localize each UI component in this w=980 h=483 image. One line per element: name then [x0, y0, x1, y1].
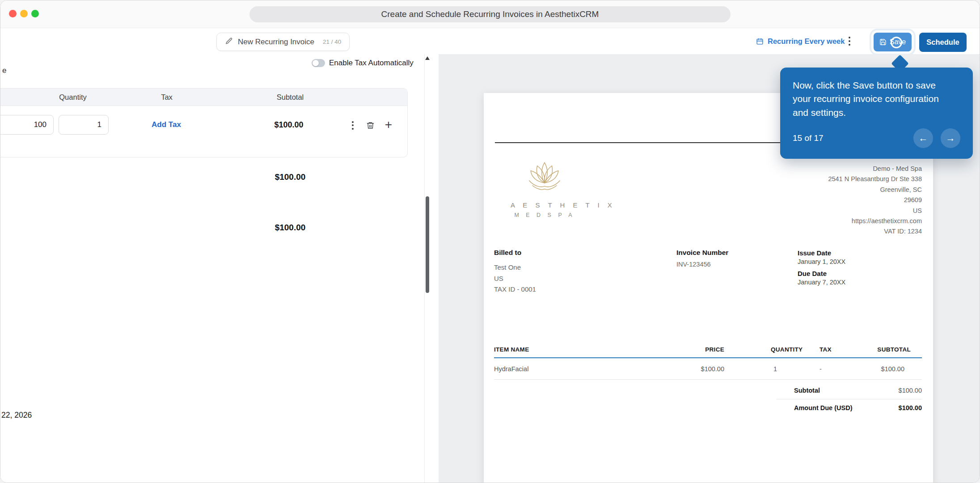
- editor-subtotal-value: $100.00: [257, 167, 324, 187]
- save-button-label: Save: [890, 38, 906, 46]
- invoice-editor-pane: Enable Tax Automatically e Quantity Tax …: [0, 54, 424, 483]
- add-line-item-button[interactable]: +: [381, 117, 396, 132]
- scroll-up-arrow-icon[interactable]: [425, 56, 430, 60]
- billed-to-taxid: TAX ID - 0001: [494, 284, 536, 295]
- column-header-quantity: Quantity: [46, 89, 100, 106]
- invoice-amount-due-row: Amount Due (USD) $100.00: [494, 404, 922, 414]
- invoice-name-field[interactable]: New Recurring Invoice 21 / 40: [216, 33, 350, 51]
- more-options-button[interactable]: [843, 32, 856, 51]
- tutorial-tooltip: Now, click the Save button to save your …: [780, 68, 973, 159]
- delete-line-item-button[interactable]: [364, 119, 376, 131]
- arrow-left-icon: ←: [919, 133, 928, 144]
- add-tax-link[interactable]: Add Tax: [139, 115, 194, 135]
- td-tax: -: [819, 365, 822, 373]
- tooltip-prev-button[interactable]: ←: [913, 128, 933, 148]
- due-date-label: Due Date: [798, 270, 845, 277]
- issue-date-label: Issue Date: [798, 249, 845, 257]
- company-street: 2541 N Pleasantburg Dr Ste 338: [828, 174, 922, 184]
- toggle-knob: [313, 60, 319, 66]
- column-header-tax: Tax: [139, 89, 194, 106]
- invoice-table-header: ITEM NAME PRICE QUANTITY TAX SUBTOTAL: [494, 346, 922, 356]
- tooltip-message: Now, click the Save button to save your …: [793, 79, 952, 119]
- table-header-rule: [494, 357, 922, 358]
- line-items-header: Quantity Tax Subtotal: [0, 89, 407, 106]
- invoice-table-row: HydraFacial $100.00 1 - $100.00: [494, 365, 922, 375]
- line-item-menu-button[interactable]: [346, 119, 359, 131]
- company-country: US: [828, 206, 922, 216]
- due-date-value: January 7, 20XX: [798, 279, 845, 286]
- name-char-counter: 21 / 40: [323, 38, 341, 45]
- invoice-dates-block: Issue Date January 1, 20XX Due Date Janu…: [798, 249, 845, 286]
- th-tax: TAX: [819, 346, 832, 353]
- schedule-button[interactable]: Schedule: [919, 33, 967, 52]
- save-button[interactable]: Save: [874, 33, 912, 51]
- window-title: Create and Schedule Recurring Invoices i…: [249, 6, 731, 22]
- invoice-subtotal-value: $100.00: [855, 387, 922, 394]
- invoice-name-label: New Recurring Invoice: [238, 38, 314, 47]
- amount-due-value: $100.00: [855, 404, 922, 411]
- scrollbar-thumb[interactable]: [426, 196, 429, 293]
- clipped-date-text: 22, 2026: [1, 411, 32, 420]
- trash-icon: [366, 121, 375, 130]
- subtotal-rule: [777, 399, 922, 399]
- billed-to-label: Billed to: [494, 249, 536, 257]
- td-quantity: 1: [773, 365, 777, 373]
- company-address-block: Demo - Med Spa 2541 N Pleasantburg Dr St…: [828, 164, 922, 237]
- save-icon: [879, 38, 887, 46]
- zoom-window-button[interactable]: [31, 10, 39, 17]
- company-zip: 29609: [828, 195, 922, 205]
- tooltip-next-button[interactable]: →: [941, 128, 960, 148]
- amount-due-label: Amount Due (USD): [794, 404, 853, 411]
- table-row-rule: [494, 379, 922, 380]
- enable-tax-label: Enable Tax Automatically: [329, 59, 414, 68]
- logo-wordmark-line1: A E S T H E T I X: [511, 201, 579, 209]
- schedule-button-label: Schedule: [926, 38, 959, 47]
- price-input[interactable]: [0, 115, 54, 135]
- app-header: New Recurring Invoice 21 / 40 Recurring …: [0, 28, 980, 54]
- th-quantity: QUANTITY: [771, 346, 803, 353]
- company-city: Greenville, SC: [828, 185, 922, 195]
- td-price: $100.00: [668, 365, 724, 373]
- app-window: Create and Schedule Recurring Invoices i…: [0, 0, 980, 483]
- th-subtotal: SUBTOTAL: [844, 346, 911, 353]
- tooltip-step-counter: 15 of 17: [793, 133, 824, 143]
- billed-to-name: Test One: [494, 262, 536, 273]
- editor-total-value: $100.00: [257, 218, 324, 237]
- invoice-number-value: INV-123456: [676, 261, 728, 268]
- invoice-number-block: Invoice Number INV-123456: [676, 249, 728, 268]
- th-price: PRICE: [668, 346, 724, 353]
- company-vat: VAT ID: 1234: [828, 226, 922, 237]
- td-item-name: HydraFacial: [494, 365, 528, 373]
- arrow-right-icon: →: [946, 133, 955, 144]
- pane-gap: [430, 54, 439, 483]
- quantity-input[interactable]: [59, 115, 109, 135]
- billed-to-country: US: [494, 273, 536, 284]
- minimize-window-button[interactable]: [20, 10, 28, 17]
- calendar-icon: [756, 38, 764, 45]
- invoice-subtotal-row: Subtotal $100.00: [494, 387, 922, 397]
- line-item-subtotal: $100.00: [255, 115, 322, 135]
- enable-tax-toggle[interactable]: [312, 59, 325, 67]
- pencil-icon: [225, 37, 233, 47]
- issue-date-value: January 1, 20XX: [798, 258, 845, 265]
- close-window-button[interactable]: [9, 10, 17, 17]
- screenshot-stage: Create and Schedule Recurring Invoices i…: [0, 0, 980, 483]
- invoice-subtotal-label: Subtotal: [794, 387, 820, 394]
- billed-to-block: Billed to Test One US TAX ID - 0001: [494, 249, 536, 295]
- vertical-scrollbar[interactable]: [424, 54, 430, 483]
- titlebar: Create and Schedule Recurring Invoices i…: [0, 0, 980, 28]
- company-website: https://aesthetixcrm.com: [828, 216, 922, 226]
- recurring-frequency-label: Recurring Every week: [768, 37, 845, 46]
- invoice-number-label: Invoice Number: [676, 249, 728, 257]
- column-header-subtotal: Subtotal: [263, 89, 317, 106]
- recurring-frequency-link[interactable]: Recurring Every week: [756, 32, 845, 51]
- logo-wordmark-line2: M E D S P A: [511, 212, 579, 218]
- lotus-logo-icon: [524, 191, 565, 198]
- td-subtotal: $100.00: [837, 365, 904, 373]
- clipped-left-text: e: [2, 66, 6, 75]
- th-item-name: ITEM NAME: [494, 346, 529, 353]
- company-logo: A E S T H E T I X M E D S P A: [511, 160, 579, 218]
- company-name: Demo - Med Spa: [828, 164, 922, 174]
